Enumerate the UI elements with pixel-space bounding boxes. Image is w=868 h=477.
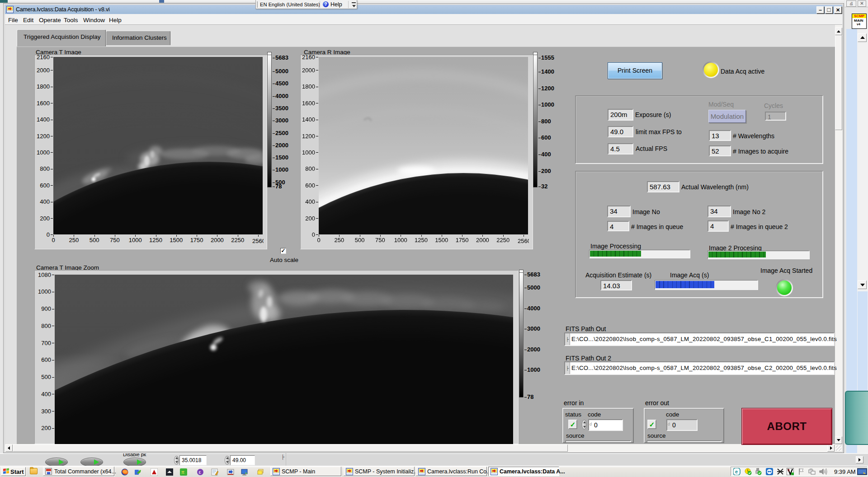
svg-text:e: e — [735, 469, 738, 474]
svg-text:ε: ε — [199, 469, 201, 475]
svg-text:π: π — [181, 470, 184, 475]
